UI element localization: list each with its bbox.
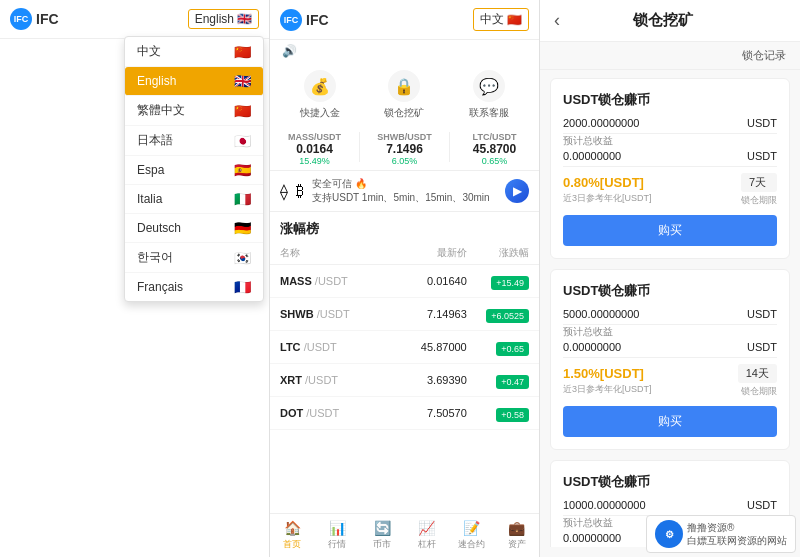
- right-panel: ‹ 锁仓挖矿 锁仓记录 USDT锁仓赚币 2000.00000000 USDT …: [540, 0, 800, 557]
- mid-price-row: MASS/USDT 0.0164 15.49% SHWB/USDT 7.1496…: [270, 128, 539, 170]
- lock-label: 锁仓挖矿: [384, 106, 424, 120]
- nav-lever[interactable]: 📈 杠杆: [404, 516, 449, 555]
- logo-text: IFC: [36, 11, 59, 27]
- lock-icon: 🔒: [388, 70, 420, 102]
- speaker-icon: 🔊: [278, 44, 301, 58]
- mid-flag-icon: 🇨🇳: [507, 13, 522, 27]
- card1-rate-row: 0.80%[USDT] 近3日参考年化[USDT] 7天 锁仓期限: [563, 173, 777, 207]
- mid-logo-icon: IFC: [280, 9, 302, 31]
- language-button[interactable]: English 🇬🇧: [188, 9, 259, 29]
- back-button[interactable]: ‹: [554, 10, 560, 31]
- row-price: 45.87000: [373, 341, 466, 353]
- mid-logo: IFC IFC: [280, 9, 329, 31]
- deposit-icon: 💰: [304, 70, 336, 102]
- mid-bottom-nav: 🏠 首页 📊 行情 🔄 币市 📈 杠杆 📝 速合约 💼 资产: [270, 513, 539, 557]
- shwb-change: 6.05%: [368, 156, 441, 166]
- nav-assets[interactable]: 💼 资产: [494, 516, 539, 555]
- customer-service[interactable]: 💬 联系客服: [469, 70, 509, 120]
- card2-duration: 14天: [738, 364, 777, 383]
- ticker-arrow[interactable]: ▶: [505, 179, 529, 203]
- nav-home[interactable]: 🏠 首页: [270, 516, 315, 555]
- card2-earn-label: 预计总收益: [563, 325, 777, 339]
- lang-item-de[interactable]: Deutsch🇩🇪: [125, 214, 263, 243]
- logo: IFC IFC: [10, 8, 59, 30]
- home-label: 首页: [283, 538, 301, 551]
- table-row[interactable]: DOT /USDT 7.50570 +0.58: [270, 397, 539, 430]
- mass-change: 15.49%: [278, 156, 351, 166]
- row-price: 7.50570: [373, 407, 466, 419]
- nav-exchange[interactable]: 🔄 币市: [360, 516, 405, 555]
- card1-earn-unit: USDT: [747, 150, 777, 162]
- nav-contract[interactable]: 📝 速合约: [449, 516, 494, 555]
- exchange-icon: 🔄: [374, 520, 391, 536]
- quick-deposit[interactable]: 💰 快捷入金: [300, 70, 340, 120]
- mining-card-2: USDT锁仓赚币 5000.00000000 USDT 预计总收益 0.0000…: [550, 269, 790, 450]
- price-mass: MASS/USDT 0.0164 15.49%: [278, 132, 351, 166]
- markets-label: 行情: [328, 538, 346, 551]
- ltc-value: 45.8700: [458, 142, 531, 156]
- card2-deposit: 5000.00000000 USDT: [563, 308, 777, 325]
- card1-buy-button[interactable]: 购买: [563, 215, 777, 246]
- table-row[interactable]: LTC /USDT 45.87000 +0.65: [270, 331, 539, 364]
- ltc-change: 0.65%: [458, 156, 531, 166]
- left-header: IFC IFC English 🇬🇧: [0, 0, 269, 39]
- mid-ticker: ⟠ ₿ 安全可信 🔥 支持USDT 1min、5min、15min、30min …: [270, 170, 539, 212]
- right-header: ‹ 锁仓挖矿: [540, 0, 800, 42]
- lang-item-es[interactable]: Espa🇪🇸: [125, 156, 263, 185]
- row-change: +0.58: [467, 404, 529, 422]
- watermark: ⚙ 撸撸资源® 白嫖互联网资源的网站: [646, 515, 796, 553]
- watermark-line1: 撸撸资源®: [687, 521, 787, 534]
- ticker-sub: 支持USDT 1min、5min、15min、30min: [312, 191, 497, 205]
- lang-item-fr[interactable]: Français🇫🇷: [125, 273, 263, 301]
- card1-earn: 0.00000000 USDT: [563, 150, 777, 167]
- lock-mining[interactable]: 🔒 锁仓挖矿: [384, 70, 424, 120]
- table-row[interactable]: MASS /USDT 0.01640 +15.49: [270, 265, 539, 298]
- lever-label: 杠杆: [418, 538, 436, 551]
- card3-earn-value: 0.00000000: [563, 532, 621, 544]
- card2-rate-row: 1.50%[USDT] 近3日参考年化[USDT] 14天 锁仓期限: [563, 364, 777, 398]
- watermark-line2: 白嫖互联网资源的网站: [687, 534, 787, 547]
- lang-item-zh[interactable]: 中文🇨🇳: [125, 37, 263, 67]
- lang-item-tw[interactable]: 繁體中文🇨🇳: [125, 96, 263, 126]
- home-icon: 🏠: [284, 520, 301, 536]
- card2-rate: 1.50%[USDT]: [563, 366, 652, 381]
- shwb-value: 7.1496: [368, 142, 441, 156]
- contract-label: 速合约: [458, 538, 485, 551]
- left-panel: IFC IFC English 🇬🇧 中文🇨🇳 English🇬🇧 繁體中文🇨🇳…: [0, 0, 270, 557]
- lang-item-ja[interactable]: 日本語🇯🇵: [125, 126, 263, 156]
- table-row[interactable]: XRT /USDT 3.69390 +0.47: [270, 364, 539, 397]
- card1-title: USDT锁仓赚币: [563, 91, 777, 109]
- card2-title: USDT锁仓赚币: [563, 282, 777, 300]
- price-divider2: [449, 132, 450, 162]
- row-price: 0.01640: [373, 275, 466, 287]
- card1-rate-sub: 近3日参考年化[USDT]: [563, 192, 652, 205]
- card2-buy-button[interactable]: 购买: [563, 406, 777, 437]
- card2-rate-sub: 近3日参考年化[USDT]: [563, 383, 652, 396]
- price-divider: [359, 132, 360, 162]
- row-price: 3.69390: [373, 374, 466, 386]
- assets-label: 资产: [508, 538, 526, 551]
- exchange-label: 币市: [373, 538, 391, 551]
- ltc-pair: LTC/USDT: [458, 132, 531, 142]
- lang-item-it[interactable]: Italia🇮🇹: [125, 185, 263, 214]
- row-name: DOT /USDT: [280, 407, 373, 419]
- table-row[interactable]: SHWB /USDT 7.14963 +6.0525: [270, 298, 539, 331]
- col-name: 名称: [280, 246, 373, 260]
- card1-earn-value: 0.00000000: [563, 150, 621, 162]
- watermark-text: 撸撸资源® 白嫖互联网资源的网站: [687, 521, 787, 547]
- card1-duration-label: 锁仓期限: [741, 194, 777, 207]
- service-label: 联系客服: [469, 106, 509, 120]
- card2-deposit-unit: USDT: [747, 308, 777, 320]
- mid-quick-actions: 💰 快捷入金 🔒 锁仓挖矿 💬 联系客服: [270, 58, 539, 128]
- row-name: LTC /USDT: [280, 341, 373, 353]
- lang-item-en[interactable]: English🇬🇧: [125, 67, 263, 96]
- right-title: 锁仓挖矿: [633, 11, 693, 30]
- lang-item-ko[interactable]: 한국어🇰🇷: [125, 243, 263, 273]
- row-price: 7.14963: [373, 308, 466, 320]
- row-change: +15.49: [467, 272, 529, 290]
- nav-markets[interactable]: 📊 行情: [315, 516, 360, 555]
- record-link[interactable]: 锁仓记录: [742, 48, 786, 63]
- mid-language-button[interactable]: 中文 🇨🇳: [473, 8, 529, 31]
- row-name: MASS /USDT: [280, 275, 373, 287]
- lever-icon: 📈: [418, 520, 435, 536]
